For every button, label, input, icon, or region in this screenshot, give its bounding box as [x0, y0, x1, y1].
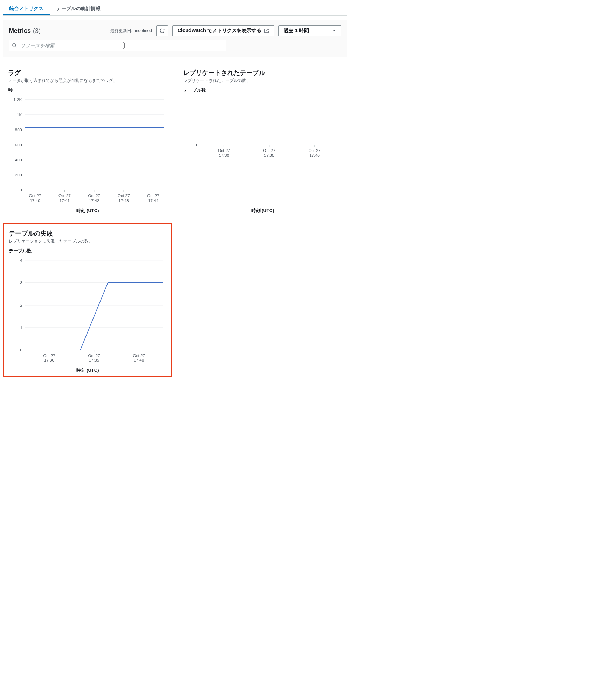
- svg-text:17:35: 17:35: [264, 153, 275, 158]
- chart-lag-subtitle: データが取り込まれてから照会が可能になるまでのラグ。: [8, 78, 167, 84]
- chevron-down-icon: [333, 29, 336, 33]
- tab-table-stats[interactable]: テーブルの統計情報: [50, 2, 107, 15]
- open-cloudwatch-label: CloudWatch でメトリクスを表示する: [178, 28, 261, 34]
- chart-failed-plot: 01234Oct 2717:30Oct 2717:35Oct 2717:40: [9, 256, 166, 366]
- svg-text:200: 200: [15, 173, 22, 177]
- svg-text:Oct 27: Oct 27: [133, 353, 145, 357]
- svg-text:17:40: 17:40: [134, 358, 144, 362]
- chart-lag-plot: 02004006008001K1.2KOct 2717:40Oct 2717:4…: [8, 96, 167, 206]
- svg-text:0: 0: [195, 142, 197, 147]
- svg-text:17:42: 17:42: [89, 198, 99, 203]
- svg-text:17:41: 17:41: [60, 198, 70, 203]
- panel-count: (3): [33, 27, 41, 35]
- svg-text:17:40: 17:40: [30, 198, 40, 203]
- chart-failed-ylabel: テーブル数: [9, 248, 166, 254]
- tabs: 統合メトリクス テーブルの統計情報: [3, 0, 347, 16]
- svg-text:0: 0: [20, 348, 23, 352]
- svg-text:1K: 1K: [17, 112, 22, 117]
- chart-replicated-title: レプリケートされたテーブル: [183, 69, 342, 77]
- chart-replicated-subtitle: レプリケートされたテーブルの数。: [183, 78, 342, 84]
- chart-failed-xlabel: 時刻 (UTC): [9, 367, 166, 373]
- chart-replicated-plot: 0Oct 2717:30Oct 2717:35Oct 2717:40: [183, 96, 342, 206]
- svg-text:Oct 27: Oct 27: [218, 148, 230, 153]
- svg-text:Oct 27: Oct 27: [88, 193, 100, 198]
- svg-text:Oct 27: Oct 27: [118, 193, 130, 198]
- svg-text:2: 2: [20, 303, 23, 307]
- chart-lag-xlabel: 時刻 (UTC): [8, 208, 167, 214]
- last-updated-label: 最終更新日: undefined: [110, 28, 152, 34]
- chart-card-lag: ラグ データが取り込まれてから照会が可能になるまでのラグ。 秒 02004006…: [3, 63, 172, 217]
- search-input[interactable]: [20, 42, 223, 49]
- panel-title: Metrics (3): [9, 27, 41, 35]
- refresh-button[interactable]: [156, 25, 168, 36]
- open-cloudwatch-button[interactable]: CloudWatch でメトリクスを表示する: [172, 25, 274, 36]
- svg-text:Oct 27: Oct 27: [263, 148, 275, 153]
- svg-text:Oct 27: Oct 27: [88, 353, 100, 357]
- svg-text:1.2K: 1.2K: [13, 97, 22, 102]
- chart-failed-subtitle: レプリケーションに失敗したテーブルの数。: [9, 238, 166, 244]
- svg-text:800: 800: [15, 127, 22, 132]
- svg-text:Oct 27: Oct 27: [43, 353, 55, 357]
- svg-text:Oct 27: Oct 27: [29, 193, 41, 198]
- chart-card-failed: テーブルの失敗 レプリケーションに失敗したテーブルの数。 テーブル数 01234…: [3, 223, 172, 377]
- svg-text:17:43: 17:43: [118, 198, 129, 203]
- svg-text:17:40: 17:40: [309, 153, 320, 158]
- svg-text:400: 400: [15, 158, 22, 162]
- svg-text:0: 0: [20, 188, 22, 192]
- search-field-wrap[interactable]: [9, 40, 226, 51]
- svg-text:Oct 27: Oct 27: [58, 193, 71, 198]
- svg-text:4: 4: [20, 258, 23, 262]
- refresh-icon: [159, 28, 165, 34]
- metrics-toolbar-panel: Metrics (3) 最終更新日: undefined CloudWatch …: [3, 20, 347, 57]
- chart-replicated-xlabel: 時刻 (UTC): [183, 208, 342, 214]
- svg-text:600: 600: [15, 142, 22, 147]
- svg-text:17:35: 17:35: [89, 358, 99, 362]
- svg-text:Oct 27: Oct 27: [309, 148, 321, 153]
- tab-integrated-metrics[interactable]: 統合メトリクス: [3, 2, 50, 15]
- svg-text:3: 3: [20, 280, 23, 285]
- svg-text:17:44: 17:44: [148, 198, 159, 203]
- search-icon: [12, 43, 17, 48]
- svg-point-0: [13, 44, 16, 47]
- panel-title-text: Metrics: [9, 27, 31, 35]
- chart-failed-title: テーブルの失敗: [9, 229, 166, 238]
- svg-text:17:30: 17:30: [44, 358, 55, 362]
- external-link-icon: [264, 28, 269, 33]
- time-range-label: 過去 1 時間: [284, 28, 309, 34]
- svg-text:1: 1: [20, 325, 23, 330]
- svg-text:Oct 27: Oct 27: [147, 193, 159, 198]
- svg-text:17:30: 17:30: [219, 153, 229, 158]
- chart-lag-title: ラグ: [8, 69, 167, 77]
- chart-card-replicated: レプリケートされたテーブル レプリケートされたテーブルの数。 テーブル数 0Oc…: [178, 63, 347, 217]
- chart-replicated-ylabel: テーブル数: [183, 87, 342, 93]
- chart-lag-ylabel: 秒: [8, 87, 167, 93]
- time-range-select[interactable]: 過去 1 時間: [278, 25, 341, 36]
